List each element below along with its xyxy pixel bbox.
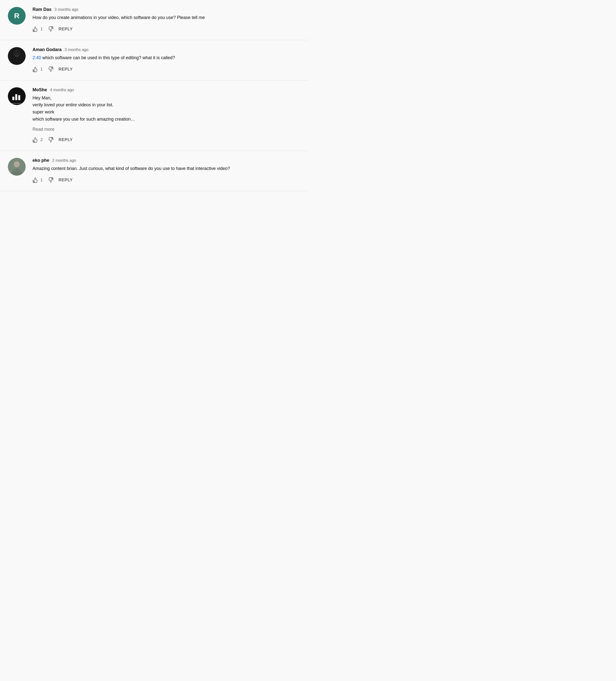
comment-item: MoShe Music MoShe 4 months ago Hey Man, … [0, 80, 308, 151]
comment-header: eko phe 2 months ago [32, 158, 300, 163]
like-count: 1 [41, 178, 43, 182]
comment-item: R Ram Das 3 months ago How do you create… [0, 0, 308, 40]
thumbs-up-icon [32, 26, 38, 32]
like-button[interactable]: 1 [32, 25, 43, 33]
comment-actions: 1 REPLY [32, 176, 300, 184]
thumbs-up-icon [32, 177, 38, 183]
comment-time: 4 months ago [50, 88, 74, 92]
comment-text: Amazing content brian. Just curious, wha… [32, 165, 300, 172]
avatar [8, 158, 26, 176]
comment-body: Aman Godara 3 months ago 2:40 which soft… [32, 47, 300, 73]
comment-time: 3 months ago [54, 7, 78, 12]
timestamp-link[interactable]: 2:40 [32, 55, 41, 60]
comment-text: Hey Man, verily loved your entire videos… [32, 95, 300, 123]
avatar-image [8, 158, 26, 176]
comment-header: Aman Godara 3 months ago [32, 47, 300, 52]
reply-button[interactable]: REPLY [58, 177, 73, 183]
thumbs-down-icon [48, 137, 53, 143]
avatar: R [8, 7, 26, 25]
reply-button[interactable]: REPLY [58, 26, 73, 32]
thumbs-down-icon [48, 26, 53, 32]
thumbs-up-icon [32, 66, 38, 72]
comment-header: Ram Das 3 months ago [32, 7, 300, 12]
comment-author: Aman Godara [32, 47, 61, 52]
avatar-initial: R [14, 11, 20, 20]
like-count: 1 [41, 27, 43, 31]
comment-item: eko phe 2 months ago Amazing content bri… [0, 151, 308, 191]
dislike-button[interactable] [48, 176, 53, 184]
avatar [8, 47, 26, 65]
comment-author: Ram Das [32, 7, 52, 12]
comment-author: eko phe [32, 158, 49, 163]
dislike-button[interactable] [48, 25, 53, 33]
svg-point-5 [8, 47, 26, 65]
svg-rect-8 [15, 94, 17, 100]
comment-time: 3 months ago [64, 48, 88, 52]
like-button[interactable]: 1 [32, 65, 43, 73]
thumbs-down-icon [48, 66, 53, 72]
svg-text:MoShe Music: MoShe Music [11, 103, 22, 104]
like-count: 1 [41, 67, 43, 72]
reply-button[interactable]: REPLY [58, 136, 73, 143]
comment-text: How do you create animations in your vid… [32, 14, 300, 21]
dislike-button[interactable] [48, 65, 53, 73]
svg-rect-9 [18, 95, 20, 100]
comment-item: Aman Godara 3 months ago 2:40 which soft… [0, 40, 308, 80]
thumbs-down-icon [48, 177, 53, 183]
comment-body: MoShe 4 months ago Hey Man, verily loved… [32, 87, 300, 144]
comment-text: 2:40 which software can be used in this … [32, 54, 300, 61]
read-more-button[interactable]: Read more [32, 127, 300, 132]
avatar-image [8, 47, 26, 65]
dislike-button[interactable] [48, 136, 53, 144]
avatar: MoShe Music [8, 87, 26, 105]
comments-section: R Ram Das 3 months ago How do you create… [0, 0, 308, 191]
comment-body: Ram Das 3 months ago How do you create a… [32, 7, 300, 33]
like-count: 2 [41, 137, 43, 142]
comment-body: eko phe 2 months ago Amazing content bri… [32, 158, 300, 184]
comment-header: MoShe 4 months ago [32, 87, 300, 93]
reply-button[interactable]: REPLY [58, 66, 73, 73]
comment-actions: 2 REPLY [32, 136, 300, 144]
svg-rect-15 [12, 171, 22, 172]
comment-actions: 1 REPLY [32, 65, 300, 73]
svg-rect-14 [12, 170, 22, 171]
svg-point-12 [14, 161, 20, 167]
comment-time: 2 months ago [52, 158, 76, 163]
avatar-image: MoShe Music [8, 87, 26, 105]
comment-author: MoShe [32, 87, 47, 93]
svg-rect-7 [12, 97, 14, 100]
comment-actions: 1 REPLY [32, 25, 300, 33]
like-button[interactable]: 2 [32, 136, 43, 144]
comment-text-after-timestamp: which software can be used in this type … [43, 55, 175, 60]
like-button[interactable]: 1 [32, 176, 43, 184]
thumbs-up-icon [32, 137, 38, 143]
